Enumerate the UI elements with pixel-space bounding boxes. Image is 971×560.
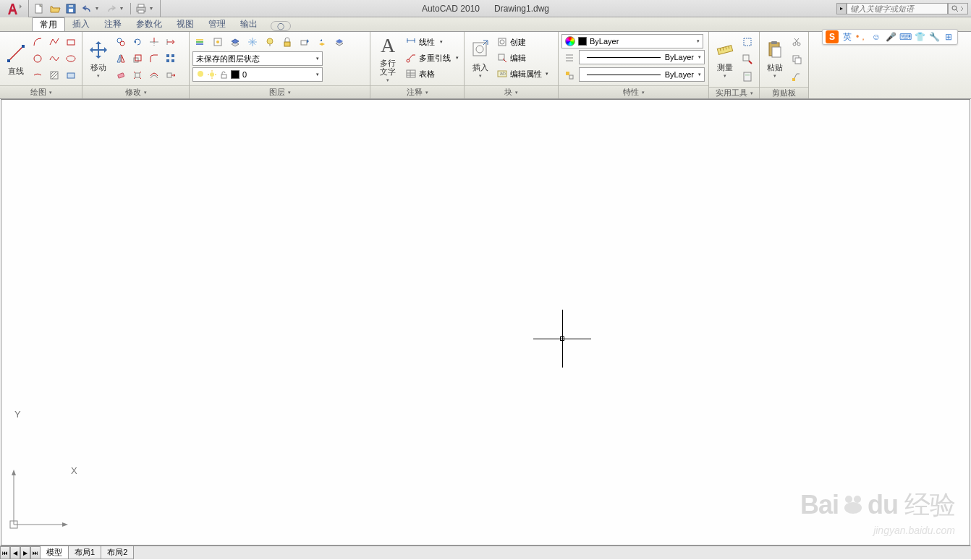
panel-props-expand[interactable]: ▾ (642, 90, 645, 96)
stretch-icon[interactable] (163, 67, 179, 83)
layer-freeze-icon[interactable] (245, 34, 260, 50)
matchprop-icon[interactable] (561, 67, 577, 83)
trim-icon[interactable] (146, 34, 162, 50)
mirror-icon[interactable] (113, 51, 129, 67)
panel-layer-expand[interactable]: ▾ (288, 90, 291, 96)
layer-off-icon[interactable] (262, 34, 278, 50)
tab-nav-first[interactable]: ⏮ (0, 546, 10, 559)
block-edit-button[interactable]: 编辑 (495, 50, 550, 66)
ime-mic-icon[interactable]: 🎤 (885, 31, 896, 43)
ime-skin-icon[interactable]: 👕 (914, 31, 925, 43)
ellipse-icon[interactable] (63, 51, 79, 67)
list-icon[interactable] (561, 50, 577, 66)
panel-modify-expand[interactable]: ▾ (144, 90, 147, 96)
tab-home[interactable]: 常用 (32, 17, 65, 31)
ime-tool-icon[interactable]: 🔧 (928, 31, 940, 43)
search-button[interactable] (948, 3, 968, 14)
layer-more-icon[interactable] (331, 34, 347, 50)
region-icon[interactable] (63, 67, 79, 83)
panel-annotate-expand[interactable]: ▾ (425, 90, 428, 96)
ime-lang[interactable]: 英 (841, 31, 853, 43)
select-icon[interactable] (739, 34, 755, 50)
explode-icon[interactable] (130, 67, 145, 83)
panel-block-expand[interactable]: ▾ (515, 90, 518, 96)
insert-button[interactable]: 插入 ▾ (467, 34, 493, 83)
ime-toolbar[interactable]: S 英 •， ☺ 🎤 ⌨ 👕 🔧 ⊞ (822, 29, 958, 45)
table-button[interactable]: 表格 (404, 66, 460, 82)
hatch-icon[interactable] (46, 67, 62, 83)
color-combo[interactable]: ByLayer ▾ (561, 34, 703, 48)
tab-nav-next[interactable]: ▶ (20, 546, 30, 559)
layer-iso-icon[interactable] (227, 34, 243, 50)
erase-icon[interactable] (113, 67, 129, 83)
tab-insert[interactable]: 插入 (65, 17, 97, 31)
qat-print-icon[interactable] (134, 2, 148, 15)
qat-redo-dropdown[interactable]: ▾ (120, 5, 127, 12)
sheet-tab-layout1[interactable]: 布局1 (68, 546, 101, 559)
rotate-icon[interactable] (130, 34, 145, 50)
dim-linear-button[interactable]: 线性▾ (404, 34, 460, 50)
polyline-icon[interactable] (46, 34, 62, 50)
qat-new-icon[interactable] (32, 2, 46, 15)
ime-keyboard-icon[interactable]: ⌨ (899, 31, 911, 43)
layer-state-combo[interactable]: 未保存的图层状态 ▾ (192, 51, 323, 66)
mtext-button[interactable]: A 多行 文字 ▾ (373, 34, 402, 83)
copy-clip-icon[interactable] (789, 51, 805, 67)
tab-view[interactable]: 视图 (169, 17, 201, 31)
array-icon[interactable] (163, 51, 179, 67)
layer-lock-icon[interactable] (279, 34, 295, 50)
ime-face-icon[interactable]: ☺ (870, 31, 882, 43)
qat-save-icon[interactable] (64, 2, 78, 15)
ime-logo[interactable]: S (826, 30, 839, 43)
qselect-icon[interactable] (739, 51, 755, 67)
extend-icon[interactable] (163, 34, 179, 50)
tab-nav-last[interactable]: ⏭ (30, 546, 41, 559)
ime-more-icon[interactable]: ⊞ (943, 31, 954, 43)
sheet-tab-layout2[interactable]: 布局2 (101, 546, 134, 559)
circle-icon[interactable] (30, 51, 46, 67)
paste-button[interactable]: 粘贴 ▾ (763, 34, 787, 83)
tab-help[interactable]: ◯ (271, 21, 291, 31)
panel-draw-expand[interactable]: ▾ (49, 90, 52, 96)
block-create-button[interactable]: 创建 (495, 34, 550, 50)
arc-icon[interactable] (30, 34, 46, 50)
tab-annotate[interactable]: 注释 (97, 17, 129, 31)
layer-state-icon[interactable] (210, 34, 226, 50)
sheet-tab-model[interactable]: 模型 (40, 546, 69, 559)
fillet-icon[interactable] (146, 51, 162, 67)
tab-manage[interactable]: 管理 (201, 17, 233, 31)
calc-icon[interactable] (739, 69, 755, 85)
line-button[interactable]: 直线 (3, 34, 28, 83)
tab-parametric[interactable]: 参数化 (129, 17, 169, 31)
panel-utils-expand[interactable]: ▾ (750, 90, 753, 96)
rectangle-icon[interactable] (63, 34, 79, 50)
qat-undo-icon[interactable] (80, 2, 94, 15)
ime-punct[interactable]: •， (856, 31, 868, 43)
app-menu-button[interactable] (0, 0, 29, 17)
layer-match-icon[interactable] (297, 34, 313, 50)
tab-output[interactable]: 输出 (233, 17, 265, 31)
layer-prop-icon[interactable] (192, 34, 208, 50)
block-attrib-button[interactable]: ab 编辑属性▾ (495, 66, 550, 82)
tab-nav-prev[interactable]: ◀ (10, 546, 20, 559)
lweight-combo[interactable]: ByLayer ▾ (579, 50, 705, 64)
qat-open-icon[interactable] (48, 2, 62, 15)
matchprop2-icon[interactable] (789, 69, 805, 85)
measure-button[interactable]: 测量 ▾ (712, 34, 738, 83)
move-button[interactable]: 移动 ▾ (85, 34, 111, 83)
search-toggle[interactable]: ▸ (836, 3, 847, 14)
ltype-combo[interactable]: ByLayer ▾ (579, 67, 705, 82)
qat-undo-dropdown[interactable]: ▾ (96, 5, 103, 12)
ellipse-arc-icon[interactable] (30, 67, 46, 83)
copy-icon[interactable] (113, 34, 129, 50)
spline-icon[interactable] (46, 51, 62, 67)
layer-prev-icon[interactable] (314, 34, 330, 50)
mleader-button[interactable]: 多重引线▾ (404, 50, 460, 66)
drawing-canvas[interactable]: Y X BaiBaidu 经验du 经验 jingyan.baidu.com (1, 99, 970, 546)
qat-print-dropdown[interactable]: ▾ (150, 5, 157, 12)
cut-icon[interactable] (789, 34, 805, 50)
offset-icon[interactable] (146, 67, 162, 83)
search-input[interactable] (847, 3, 948, 14)
scale-icon[interactable] (130, 51, 145, 67)
layer-current-combo[interactable]: 0 ▾ (192, 67, 323, 82)
